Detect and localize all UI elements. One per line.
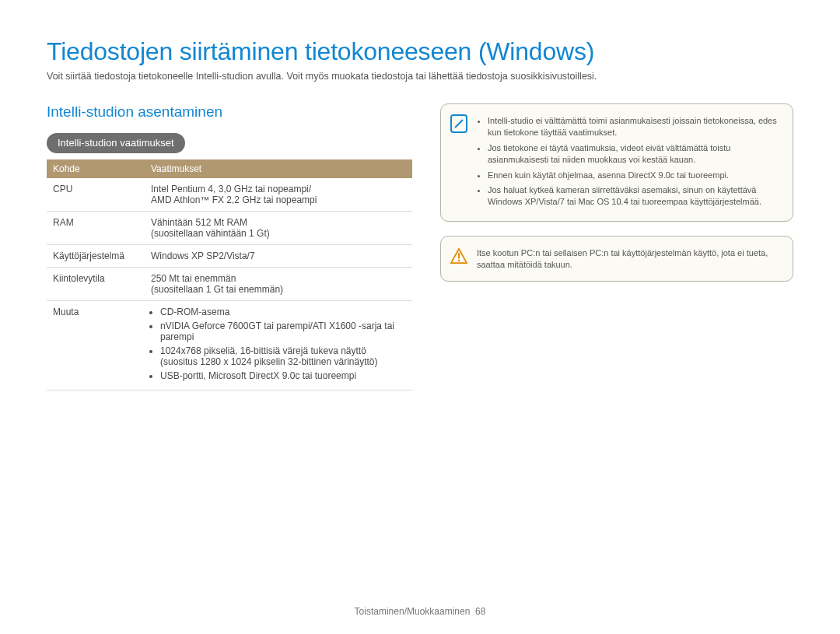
hdd-line2: (suositellaan 1 Gt tai enemmän) [151,284,283,295]
list-item: Jos haluat kytkeä kameran siirrettäväksi… [488,184,780,208]
table-row: Kiintolevytila 250 Mt tai enemmän (suosi… [47,268,412,301]
cpu-value: Intel Pentium 4, 3,0 GHz tai nopeampi/ A… [145,178,412,212]
hdd-line1: 250 Mt tai enemmän [151,273,236,284]
requirements-table: Kohde Vaatimukset CPU Intel Pentium 4, 3… [47,159,412,391]
document-page: Tiedostojen siirtäminen tietokoneeseen (… [0,0,840,634]
warning-text: Itse kootun PC:n tai sellaisen PC:n tai … [477,248,768,269]
section-heading: Intelli-studion asentaminen [47,103,412,121]
cpu-line2: AMD Athlon™ FX 2,2 GHz tai nopeampi [151,194,317,205]
warning-icon [450,247,467,264]
list-item: CD-ROM-asema [160,306,406,317]
ram-line1: Vähintään 512 Mt RAM [151,217,247,228]
note-list: Intelli-studio ei välttämättä toimi asia… [477,115,780,208]
svg-point-2 [458,260,460,261]
ram-value: Vähintään 512 Mt RAM (suositellaan vähin… [145,212,412,245]
ram-label: RAM [47,212,145,245]
table-header-row: Kohde Vaatimukset [47,159,412,178]
footer-section-label: Toistaminen/Muokkaaminen [355,606,471,617]
warning-box: Itse kootun PC:n tai sellaisen PC:n tai … [440,236,793,282]
hdd-label: Kiintolevytila [47,268,145,301]
note-box: Intelli-studio ei välttämättä toimi asia… [440,103,793,222]
list-item: nVIDIA Geforce 7600GT tai parempi/ATI X1… [160,321,406,342]
left-column: Intelli-studion asentaminen Intelli-stud… [47,103,412,391]
ram-line2: (suositellaan vähintään 1 Gt) [151,228,270,239]
intro-text: Voit siirtää tiedostoja tietokoneelle In… [47,71,793,82]
right-column: Intelli-studio ei välttämättä toimi asia… [440,103,793,391]
list-item: 1024x768 pikseliä, 16-bittisiä värejä tu… [160,345,406,367]
list-item: Intelli-studio ei välttämättä toimi asia… [488,115,780,139]
page-title: Tiedostojen siirtäminen tietokoneeseen (… [47,37,793,66]
page-footer: Toistaminen/Muokkaaminen 68 [0,606,840,617]
table-row: Muuta CD-ROM-asema nVIDIA Geforce 7600GT… [47,301,412,391]
two-column-layout: Intelli-studion asentaminen Intelli-stud… [47,103,793,391]
note-icon [450,115,467,132]
table-header-col1: Kohde [47,159,145,178]
list-item: Ennen kuin käytät ohjelmaa, asenna Direc… [488,170,780,181]
other-value: CD-ROM-asema nVIDIA Geforce 7600GT tai p… [145,301,412,391]
os-value: Windows XP SP2/Vista/7 [145,245,412,268]
list-item: USB-portti, Microsoft DirectX 9.0c tai t… [160,370,406,381]
hdd-value: 250 Mt tai enemmän (suositellaan 1 Gt ta… [145,268,412,301]
table-row: Käyttöjärjestelmä Windows XP SP2/Vista/7 [47,245,412,268]
os-label: Käyttöjärjestelmä [47,245,145,268]
other-bullets: CD-ROM-asema nVIDIA Geforce 7600GT tai p… [151,306,406,381]
table-row: CPU Intel Pentium 4, 3,0 GHz tai nopeamp… [47,178,412,212]
cpu-line1: Intel Pentium 4, 3,0 GHz tai nopeampi/ [151,184,311,194]
footer-page-number: 68 [475,606,485,617]
requirements-badge: Intelli-studion vaatimukset [47,133,185,153]
other-label: Muuta [47,301,145,391]
cpu-label: CPU [47,178,145,212]
table-row: RAM Vähintään 512 Mt RAM (suositellaan v… [47,212,412,245]
table-header-col2: Vaatimukset [145,159,412,178]
list-item: Jos tietokone ei täytä vaatimuksia, vide… [488,142,780,166]
